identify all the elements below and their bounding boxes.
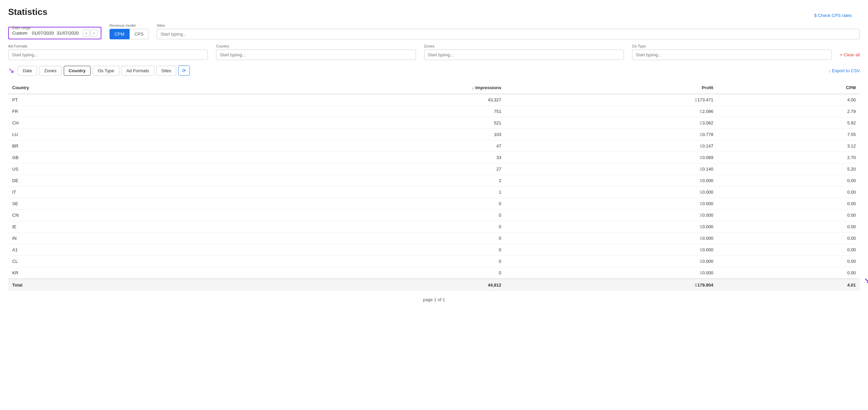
cell-country: CH <box>8 117 207 129</box>
ad-formats-filter: Ad Formats <box>8 44 208 60</box>
date-prev-button[interactable]: ‹ <box>83 30 90 37</box>
col-impressions[interactable]: ↓ Impressions <box>207 82 506 94</box>
cell-cpm: 0.00 <box>717 210 860 221</box>
cell-profit: $0.089 <box>505 152 717 163</box>
statistics-table: Country ↓ Impressions Profit CPM PT 43,3… <box>8 82 860 291</box>
date-range-filter: Date range Custom 01/07/2020 31/07/2020 … <box>8 27 101 39</box>
cell-country: KR <box>8 267 207 279</box>
cpm-arrow-indicator: ↘ <box>864 276 868 285</box>
cell-country: A1 <box>8 244 207 256</box>
cell-impressions: 103 <box>207 129 506 140</box>
revenue-model-label: Revenue model <box>110 23 149 27</box>
col-profit: Profit <box>505 82 717 94</box>
cell-country: GB <box>8 152 207 163</box>
date-range-label: Date range <box>12 26 31 30</box>
sites-label: Sites <box>157 23 860 27</box>
table-row: IN 0 $0.000 0.00 <box>8 233 860 244</box>
cell-profit: $3.082 <box>505 117 717 129</box>
cell-impressions: 1 <box>207 187 506 198</box>
cell-profit: $0.778 <box>505 129 717 140</box>
tab-zones[interactable]: Zones <box>39 66 61 76</box>
total-profit: $179.804 <box>505 279 717 291</box>
cell-profit: $2.096 <box>505 106 717 117</box>
revenue-model-buttons: CPM CPS <box>110 29 149 39</box>
cpm-button[interactable]: CPM <box>110 29 130 39</box>
cell-impressions: 0 <box>207 233 506 244</box>
tabs-row: ↘ Date Zones Country Os Type Ad Formats … <box>8 65 860 76</box>
cell-country: CN <box>8 210 207 221</box>
cell-profit: $0.000 <box>505 187 717 198</box>
date-range-box: Date range Custom 01/07/2020 31/07/2020 … <box>8 27 101 39</box>
cell-impressions: 751 <box>207 106 506 117</box>
cell-country: CL <box>8 256 207 267</box>
cell-cpm: 0.00 <box>717 198 860 210</box>
cell-profit: $0.000 <box>505 210 717 221</box>
cell-impressions: 33 <box>207 152 506 163</box>
table-header-row: Country ↓ Impressions Profit CPM <box>8 82 860 94</box>
cell-country: FR <box>8 106 207 117</box>
table-row: CN 0 $0.000 0.00 <box>8 210 860 221</box>
cell-impressions: 27 <box>207 163 506 175</box>
clear-all-button[interactable]: × Clear all <box>840 52 860 60</box>
cell-impressions: 43,327 <box>207 94 506 106</box>
table-row: CL 0 $0.000 0.00 <box>8 256 860 267</box>
cell-cpm: 4.00 <box>717 94 860 106</box>
revenue-model-filter: Revenue model CPM CPS <box>110 23 149 39</box>
date-start: 01/07/2020 <box>32 31 54 36</box>
cell-profit: $0.000 <box>505 221 717 233</box>
col-country: Country <box>8 82 207 94</box>
zones-input[interactable] <box>424 50 624 60</box>
cell-impressions: 521 <box>207 117 506 129</box>
date-next-button[interactable]: › <box>91 30 97 37</box>
table-row: US 27 $0.140 5.20 <box>8 163 860 175</box>
country-label: Country <box>216 44 416 48</box>
cps-button[interactable]: CPS <box>130 29 149 39</box>
country-filter: Country <box>216 44 416 60</box>
refresh-button[interactable]: ⟳ <box>178 65 190 76</box>
cell-cpm: 0.00 <box>717 175 860 187</box>
table-row: KR 0 $0.000 0.00 <box>8 267 860 279</box>
date-nav: ‹ › <box>83 30 97 37</box>
cell-cpm: 2.79 <box>717 106 860 117</box>
cell-impressions: 47 <box>207 140 506 152</box>
sites-filter: Sites <box>157 23 860 39</box>
cell-profit: $173.471 <box>505 94 717 106</box>
cell-profit: $0.000 <box>505 244 717 256</box>
cell-profit: $0.000 <box>505 267 717 279</box>
cell-cpm: 3.12 <box>717 140 860 152</box>
table-row: DE 2 $0.000 0.00 <box>8 175 860 187</box>
tab-os-type[interactable]: Os Type <box>93 66 119 76</box>
cell-profit: $0.000 <box>505 233 717 244</box>
cell-country: US <box>8 163 207 175</box>
sites-input[interactable] <box>157 29 860 39</box>
cell-country: IE <box>8 221 207 233</box>
cell-impressions: 0 <box>207 221 506 233</box>
tab-date[interactable]: Date <box>18 66 37 76</box>
export-csv-link[interactable]: ↓ Export to CSV <box>829 68 860 73</box>
date-end: 31/07/2020 <box>57 31 79 36</box>
os-type-input[interactable] <box>632 50 832 60</box>
cell-cpm: 0.00 <box>717 221 860 233</box>
table-row: IT 1 $0.000 0.00 <box>8 187 860 198</box>
table-row: A1 0 $0.000 0.00 <box>8 244 860 256</box>
cell-profit: $0.000 <box>505 198 717 210</box>
tab-country[interactable]: Country <box>64 66 91 76</box>
cell-profit: $0.000 <box>505 256 717 267</box>
tab-ad-formats[interactable]: Ad Formats <box>121 66 154 76</box>
check-cps-link[interactable]: $ Check CPS rates <box>814 13 852 18</box>
ad-formats-input[interactable] <box>8 50 208 60</box>
total-impressions: 44,812 <box>207 279 506 291</box>
table-row: IE 0 $0.000 0.00 <box>8 221 860 233</box>
cell-cpm: 0.00 <box>717 256 860 267</box>
cell-impressions: 0 <box>207 198 506 210</box>
page-title: Statistics <box>8 7 860 17</box>
table-row: FR 751 $2.096 2.79 <box>8 106 860 117</box>
tab-sites[interactable]: Sites <box>156 66 176 76</box>
country-input[interactable] <box>216 50 416 60</box>
cell-cpm: 7.55 <box>717 129 860 140</box>
table-row: GB 33 $0.089 2.70 <box>8 152 860 163</box>
cell-profit: $0.147 <box>505 140 717 152</box>
cell-profit: $0.140 <box>505 163 717 175</box>
cell-cpm: 2.70 <box>717 152 860 163</box>
os-type-filter: Os Type <box>632 44 832 60</box>
